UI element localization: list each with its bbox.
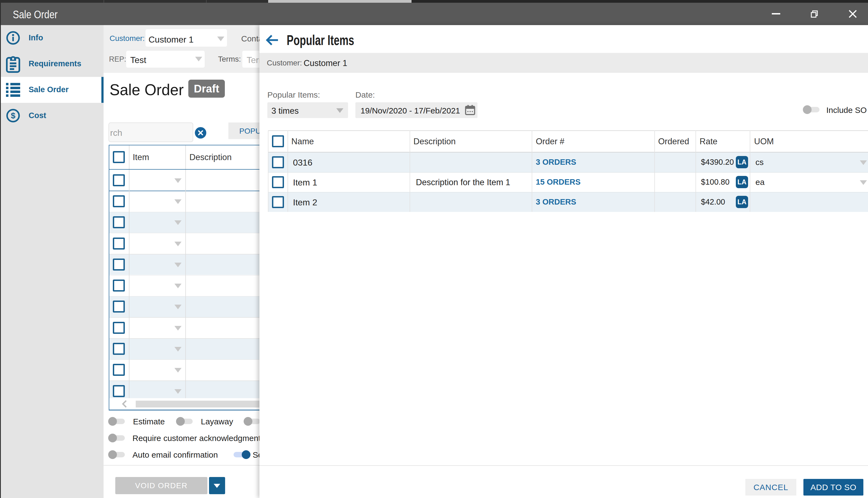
svg-text:$: $ — [11, 111, 15, 120]
